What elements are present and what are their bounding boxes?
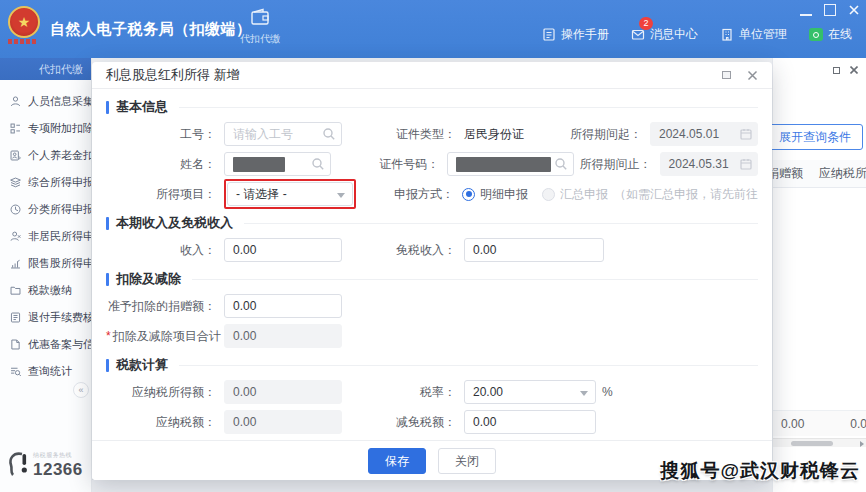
section-title: 基本信息 [116, 98, 168, 116]
sidebar-item-classified-income[interactable]: 分类所得申报 [0, 196, 91, 223]
menu-unit-management[interactable]: 单位管理 [720, 26, 787, 43]
sidebar-item-label: 税款缴纳 [28, 283, 72, 298]
minimize-icon[interactable] [800, 4, 812, 16]
search-icon [554, 157, 568, 171]
folder-icon [9, 284, 22, 297]
collapse-sidebar-icon: « [78, 385, 83, 395]
document-icon [542, 28, 556, 41]
period-start-field[interactable]: 2024.05.01 [650, 122, 758, 146]
save-button[interactable]: 保存 [368, 448, 426, 474]
section-bar [106, 101, 109, 114]
section-tax-calc: 税款计算 [106, 356, 758, 374]
sidebar-item-refund-fee-check[interactable]: 退付手续费核对 [0, 304, 91, 331]
period-start-label: 所得期间起： [564, 126, 650, 143]
summary-declare-note: （如需汇总申报，请先前往办税服务厅进行开通） [614, 186, 758, 203]
hotline-12366-logo [6, 450, 30, 480]
tax-reduction-input[interactable]: 0.00 [464, 410, 596, 434]
app-header: ★ 自然人电子税务局（扣缴端） 代扣代缴 操作手册 2 [0, 0, 866, 58]
app-window: ★ 自然人电子税务局（扣缴端） 代扣代缴 操作手册 2 [0, 0, 866, 492]
column-header-donation: 捐赠额 [767, 165, 803, 182]
taxable-income-value: 0.00 [233, 385, 256, 399]
exempt-income-input[interactable]: 0.00 [464, 238, 604, 262]
cert-no-input[interactable] [447, 152, 573, 176]
section-title: 本期收入及免税收入 [116, 214, 233, 232]
sidebar-item-nonresident-income[interactable]: 非居民所得申报 [0, 223, 91, 250]
search-icon [311, 157, 325, 171]
job-no-input[interactable]: 请输入工号 [224, 122, 342, 146]
maximize-icon[interactable] [824, 4, 836, 16]
row-name-certno-periodend: 姓名： 证件号码： 所得期间止： 2024.05.31 [106, 151, 758, 177]
exempt-income-value: 0.00 [473, 243, 496, 257]
section-divider [179, 365, 758, 366]
sidebar-item-label: 综合所得申报 [28, 175, 92, 190]
expand-query-button[interactable]: 展开查询条件 [767, 124, 863, 150]
bar-chart-icon [9, 257, 22, 270]
name-input[interactable] [224, 152, 331, 176]
scrollbar-thumb[interactable] [791, 441, 833, 446]
sidebar-item-restricted-shares[interactable]: 限售股所得申报 [0, 250, 91, 277]
dialog-minimize-icon[interactable] [722, 71, 731, 79]
tax-reduction-label: 减免税额： [390, 414, 464, 431]
period-end-label: 所得期间止： [574, 156, 660, 173]
section-divider [179, 107, 758, 108]
sidebar-item-special-deduction[interactable]: 专项附加扣除信息 [0, 115, 91, 142]
income-item-label: 所得项目： [106, 186, 224, 203]
dialog-body: 基本信息 工号： 请输入工号 证件类型： 居民身份证 所得期间起： 2024.0… [92, 89, 772, 480]
row-taxpayable-reduction: 应纳税额： 0.00 减免税额： 0.00 [106, 409, 758, 435]
close-icon[interactable] [848, 4, 860, 16]
sidebar-item-tax-payment[interactable]: 税款缴纳 [0, 277, 91, 304]
section-deduction: 扣除及减除 [106, 270, 758, 288]
layers-icon [9, 176, 22, 189]
deduction-total-value: 0.00 [233, 329, 256, 343]
section-basic-info: 基本信息 [106, 98, 758, 116]
wallet-icon [250, 8, 270, 26]
radio-summary-declare[interactable]: 汇总申报 [542, 186, 608, 203]
inner-window-controls [833, 66, 858, 74]
section-bar [106, 217, 109, 230]
menu-messages[interactable]: 2 消息中心 [631, 26, 698, 43]
radio-detailed-declare[interactable]: 明细申报 [462, 186, 528, 203]
menu-online-status[interactable]: 在线 [809, 26, 852, 43]
sidebar-item-pension-deduction[interactable]: 个人养老金扣除信息 [0, 142, 91, 169]
sidebar-item-preference-filing[interactable]: 优惠备案与信息报告 [0, 331, 91, 358]
menu-manual[interactable]: 操作手册 [542, 26, 609, 43]
horizontal-scrollbar[interactable] [773, 438, 866, 447]
background-table-row[interactable]: 0.00 0.00 [773, 410, 866, 436]
radio-label: 明细申报 [480, 186, 528, 203]
national-emblem-logo: ★ [8, 6, 42, 46]
deduction-total-field: 0.00 [224, 324, 342, 348]
inner-close-icon[interactable] [850, 66, 858, 74]
message-count-badge: 2 [639, 17, 653, 30]
sidebar-item-personnel-info[interactable]: 人员信息采集 [0, 88, 91, 115]
taxable-income-label: 应纳税所得额： [106, 384, 224, 401]
inner-maximize-icon[interactable] [833, 67, 840, 74]
sidebar-collapse-button[interactable]: « [73, 382, 89, 398]
highlight-box: - 请选择 - [224, 179, 356, 209]
income-value: 0.00 [233, 243, 256, 257]
scrollbar-arrow-icon[interactable] [860, 441, 864, 447]
tab-withholding[interactable]: 代扣代缴 [238, 8, 282, 46]
period-end-field[interactable]: 2024.05.31 [660, 152, 758, 176]
top-menu: 操作手册 2 消息中心 单位管理 在线 [542, 26, 852, 43]
cert-type-label: 证件类型： [390, 126, 464, 143]
watermark-text: 搜狐号@武汉财税锋云 [660, 458, 860, 484]
donation-input[interactable]: 0.00 [224, 294, 342, 318]
sidebar: 代扣代缴 人员信息采集 专项附加扣除信息 个人养老金扣除信息 综合所得申报 分类… [0, 58, 92, 492]
dialog-controls [722, 70, 758, 81]
income-item-select[interactable]: - 请选择 - [227, 182, 353, 206]
close-button[interactable]: 关闭 [438, 448, 496, 474]
tax-rate-select[interactable]: 20.00 [464, 380, 596, 404]
clock-icon [9, 203, 22, 216]
menu-messages-label: 消息中心 [650, 26, 698, 43]
sidebar-item-label: 限售股所得申报 [28, 256, 92, 271]
taxable-income-field: 0.00 [224, 380, 342, 404]
window-controls [800, 4, 860, 16]
column-header-taxable-income: 应纳税所得 [819, 165, 866, 182]
sidebar-item-comprehensive-income[interactable]: 综合所得申报 [0, 169, 91, 196]
income-input[interactable]: 0.00 [224, 238, 342, 262]
sidebar-item-label: 专项附加扣除信息 [28, 121, 92, 136]
dialog-close-icon[interactable] [747, 70, 758, 81]
donation-label: 准予扣除的捐赠额： [106, 298, 224, 315]
tax-reduction-value: 0.00 [473, 415, 496, 429]
sidebar-item-query-statistics[interactable]: 查询统计 [0, 358, 91, 385]
